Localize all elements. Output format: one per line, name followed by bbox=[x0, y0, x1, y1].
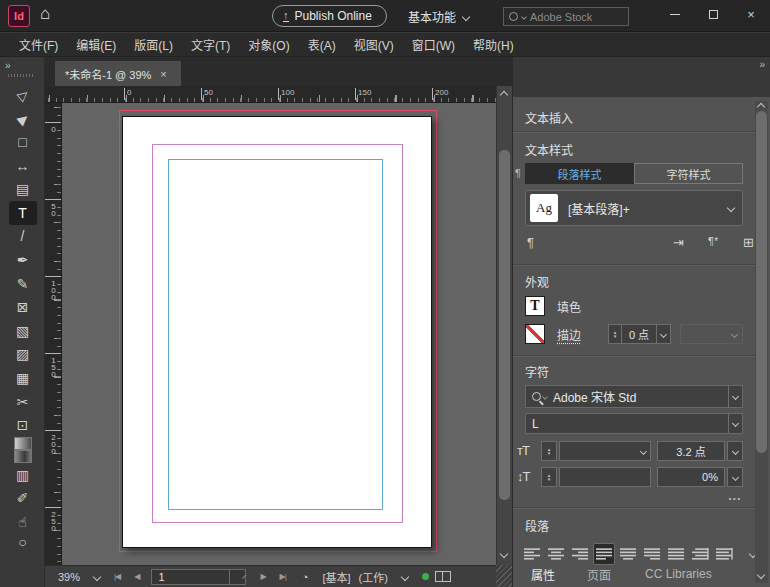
more-options-icon[interactable]: ••• bbox=[729, 495, 742, 502]
kerning-field[interactable] bbox=[559, 467, 651, 487]
font-size-field[interactable] bbox=[559, 441, 651, 461]
text-frame[interactable] bbox=[168, 159, 383, 510]
scroll-down-icon[interactable] bbox=[757, 571, 765, 579]
menu-item[interactable]: 文件(F) bbox=[10, 36, 67, 53]
menu-item[interactable]: 视图(V) bbox=[345, 36, 403, 53]
stroke-label[interactable]: 描边 bbox=[557, 326, 581, 343]
page-number-field[interactable]: 1 bbox=[151, 569, 246, 585]
fill-swatch[interactable]: T bbox=[525, 296, 545, 316]
alignment-button[interactable] bbox=[545, 543, 567, 565]
font-style-open[interactable] bbox=[728, 414, 742, 433]
dropdown-cell[interactable] bbox=[728, 468, 742, 486]
tool-button[interactable]: ▧ bbox=[9, 319, 37, 343]
document-canvas[interactable] bbox=[62, 103, 496, 565]
menu-item[interactable]: 表(A) bbox=[299, 36, 345, 53]
close-tab-icon[interactable]: × bbox=[160, 68, 166, 80]
tool-button[interactable]: ▦ bbox=[9, 366, 37, 390]
close-button[interactable]: × bbox=[732, 0, 770, 28]
workspace-switcher[interactable]: 基本功能 bbox=[408, 8, 469, 25]
last-page-button[interactable]: ▶| bbox=[280, 572, 286, 581]
next-page-button[interactable]: ▶ bbox=[260, 572, 265, 581]
scrollbar-corner-grip[interactable] bbox=[496, 565, 512, 587]
tool-button[interactable]: ⊡ bbox=[9, 413, 37, 437]
tool-button[interactable] bbox=[14, 450, 32, 463]
stroke-weight-stepper[interactable]: ▴▾ 0 点 bbox=[608, 324, 671, 344]
tool-button[interactable]: ▨ bbox=[9, 343, 37, 367]
menu-item[interactable]: 版面(L) bbox=[125, 36, 182, 53]
leading-preset-dropdown[interactable] bbox=[727, 441, 743, 461]
font-family-dropdown[interactable]: Adobe 宋体 Std bbox=[525, 385, 743, 408]
toolbar-collapse-icon[interactable]: » bbox=[5, 60, 9, 71]
panel-scrollbar-thumb[interactable] bbox=[756, 111, 767, 453]
menu-item[interactable]: 帮助(H) bbox=[464, 36, 523, 53]
tool-button[interactable]: ⊠ bbox=[9, 295, 37, 319]
spread-view-icon[interactable] bbox=[435, 571, 451, 582]
dropdown-cell[interactable] bbox=[728, 442, 742, 460]
zoom-level[interactable]: 39% bbox=[58, 571, 80, 583]
tab-character-styles[interactable]: 字符样式 bbox=[634, 163, 743, 184]
vertical-ruler[interactable]: 050100150200250 bbox=[45, 103, 62, 565]
zoom-dropdown-icon[interactable] bbox=[93, 572, 101, 580]
tool-button[interactable]: T bbox=[9, 201, 37, 225]
font-size-dropdown[interactable] bbox=[636, 442, 650, 460]
tool-button[interactable]: ✒ bbox=[9, 248, 37, 272]
horizontal-ruler[interactable]: 050100150200 bbox=[45, 86, 496, 103]
font-style-dropdown[interactable]: L bbox=[525, 413, 743, 434]
adobe-stock-search-input[interactable]: Adobe Stock bbox=[503, 7, 629, 26]
page-dropdown[interactable] bbox=[229, 570, 245, 584]
alignment-button[interactable] bbox=[641, 543, 663, 565]
tool-button[interactable]: ▥ bbox=[9, 463, 37, 487]
menu-item[interactable]: 文字(T) bbox=[182, 36, 239, 53]
tool-button[interactable] bbox=[14, 437, 32, 450]
tracking-dropdown[interactable] bbox=[727, 467, 743, 487]
tool-button[interactable]: ✎ bbox=[9, 272, 37, 296]
stepper-arrows-icon[interactable]: ▴▾ bbox=[542, 442, 556, 460]
panel-collapse-icon[interactable]: » bbox=[759, 59, 763, 70]
document-tab[interactable]: *未命名-1 @ 39% × bbox=[55, 61, 181, 86]
paragraph-style-dropdown[interactable]: Ag [基本段落]+ bbox=[525, 190, 743, 226]
menu-item[interactable]: 对象(O) bbox=[239, 36, 298, 53]
tool-button[interactable]: ▤ bbox=[9, 177, 37, 201]
preflight-dropdown-icon[interactable] bbox=[401, 572, 409, 580]
home-icon[interactable]: ⌂ bbox=[40, 4, 50, 24]
canvas-vertical-scrollbar[interactable] bbox=[496, 86, 512, 565]
previous-page-button[interactable]: ◀ bbox=[134, 572, 139, 581]
minimize-button[interactable] bbox=[656, 0, 694, 28]
clear-overrides-icon[interactable]: ¶* bbox=[708, 235, 718, 247]
leading-preset-field[interactable]: 3.2 点 bbox=[657, 441, 725, 461]
alignment-button[interactable] bbox=[665, 543, 687, 565]
stroke-weight-dropdown[interactable] bbox=[656, 325, 670, 343]
tool-button[interactable]: ✂ bbox=[9, 390, 37, 414]
scrollbar-thumb[interactable] bbox=[499, 150, 510, 500]
maximize-button[interactable] bbox=[694, 0, 732, 28]
panel-scrollbar[interactable] bbox=[755, 101, 768, 583]
menu-item[interactable]: 窗口(W) bbox=[403, 36, 464, 53]
redefine-style-icon[interactable]: ⇥ bbox=[673, 235, 684, 250]
alignment-button[interactable] bbox=[593, 543, 615, 565]
style-menu-icon[interactable]: ¶ bbox=[527, 235, 534, 250]
tool-button[interactable]: ✐ bbox=[9, 487, 37, 511]
stroke-type-dropdown[interactable] bbox=[680, 324, 743, 344]
tool-button[interactable]: ○ bbox=[9, 534, 37, 548]
font-size-stepper[interactable]: ▴▾ bbox=[541, 441, 557, 461]
tracking-stepper[interactable]: ▴▾ bbox=[541, 467, 557, 487]
alignment-button[interactable] bbox=[713, 543, 735, 565]
alignment-button[interactable] bbox=[521, 543, 543, 565]
tool-button[interactable]: ↔ bbox=[9, 154, 37, 178]
scroll-up-icon[interactable] bbox=[500, 91, 508, 99]
menu-item[interactable]: 编辑(E) bbox=[67, 36, 125, 53]
tab-paragraph-styles[interactable]: 段落样式 bbox=[525, 163, 634, 184]
alignment-button[interactable] bbox=[689, 543, 711, 565]
first-page-button[interactable]: |◀ bbox=[114, 572, 120, 581]
tracking-field[interactable]: 0% bbox=[657, 467, 725, 487]
tool-button[interactable]: / bbox=[9, 225, 37, 249]
tool-button[interactable]: ☝ bbox=[9, 510, 37, 534]
toolbar-grip[interactable] bbox=[8, 74, 34, 77]
scroll-up-icon[interactable] bbox=[757, 103, 765, 111]
new-style-icon[interactable]: ⊞ bbox=[743, 235, 754, 250]
stroke-swatch[interactable] bbox=[525, 324, 545, 344]
stepper-arrows-icon[interactable]: ▴▾ bbox=[609, 325, 622, 343]
publish-online-button[interactable]: ↑ Publish Online bbox=[272, 5, 387, 27]
font-family-open[interactable] bbox=[728, 386, 742, 407]
preflight-menu-icon[interactable]: ◔ bbox=[302, 571, 309, 583]
